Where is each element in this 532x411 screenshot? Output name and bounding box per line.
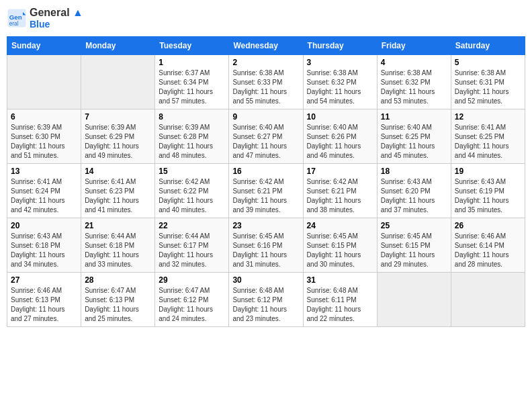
day-number: 23 xyxy=(232,221,299,230)
calendar-cell: 3Sunrise: 6:38 AM Sunset: 6:32 PM Daylig… xyxy=(303,55,377,109)
day-number: 26 xyxy=(455,221,521,230)
day-number: 10 xyxy=(307,112,373,122)
weekday-saturday: Saturday xyxy=(451,37,525,55)
day-info: Sunrise: 6:46 AM Sunset: 6:13 PM Dayligh… xyxy=(11,286,77,324)
weekday-tuesday: Tuesday xyxy=(155,37,229,55)
page-header: Gen eral General ▲ Blue xyxy=(7,7,525,30)
day-number: 9 xyxy=(232,112,299,122)
day-info: Sunrise: 6:40 AM Sunset: 6:27 PM Dayligh… xyxy=(232,123,299,161)
calendar-cell: 14Sunrise: 6:41 AM Sunset: 6:23 PM Dayli… xyxy=(81,164,155,218)
day-info: Sunrise: 6:45 AM Sunset: 6:15 PM Dayligh… xyxy=(381,232,447,269)
calendar-cell xyxy=(81,55,155,109)
calendar-cell: 11Sunrise: 6:40 AM Sunset: 6:25 PM Dayli… xyxy=(377,109,451,164)
day-number: 19 xyxy=(455,167,521,176)
day-number: 4 xyxy=(381,58,447,67)
day-number: 17 xyxy=(307,167,373,176)
day-info: Sunrise: 6:39 AM Sunset: 6:28 PM Dayligh… xyxy=(159,123,225,161)
day-number: 6 xyxy=(11,112,77,122)
calendar-cell xyxy=(7,55,81,109)
day-number: 28 xyxy=(85,275,151,285)
day-info: Sunrise: 6:40 AM Sunset: 6:26 PM Dayligh… xyxy=(307,123,373,161)
calendar-cell: 20Sunrise: 6:43 AM Sunset: 6:18 PM Dayli… xyxy=(7,218,81,273)
day-info: Sunrise: 6:43 AM Sunset: 6:19 PM Dayligh… xyxy=(455,177,521,215)
calendar-cell xyxy=(377,273,451,327)
day-info: Sunrise: 6:42 AM Sunset: 6:22 PM Dayligh… xyxy=(159,177,225,215)
day-number: 3 xyxy=(307,58,373,67)
calendar-week-row: 1Sunrise: 6:37 AM Sunset: 6:34 PM Daylig… xyxy=(7,55,525,109)
day-number: 15 xyxy=(159,167,225,176)
day-info: Sunrise: 6:42 AM Sunset: 6:21 PM Dayligh… xyxy=(307,177,373,215)
calendar-week-row: 6Sunrise: 6:39 AM Sunset: 6:30 PM Daylig… xyxy=(7,109,525,164)
day-number: 14 xyxy=(85,167,151,176)
day-number: 24 xyxy=(307,221,373,230)
day-info: Sunrise: 6:38 AM Sunset: 6:32 PM Dayligh… xyxy=(307,68,373,106)
day-info: Sunrise: 6:41 AM Sunset: 6:23 PM Dayligh… xyxy=(85,177,151,215)
logo-icon: Gen eral xyxy=(7,8,27,28)
calendar-cell: 7Sunrise: 6:39 AM Sunset: 6:29 PM Daylig… xyxy=(81,109,155,164)
day-number: 30 xyxy=(232,275,299,285)
calendar-week-row: 20Sunrise: 6:43 AM Sunset: 6:18 PM Dayli… xyxy=(7,218,525,273)
day-number: 20 xyxy=(11,221,77,230)
day-number: 16 xyxy=(232,167,299,176)
calendar-cell: 18Sunrise: 6:43 AM Sunset: 6:20 PM Dayli… xyxy=(377,164,451,218)
day-number: 25 xyxy=(381,221,447,230)
day-info: Sunrise: 6:42 AM Sunset: 6:21 PM Dayligh… xyxy=(232,177,299,215)
day-info: Sunrise: 6:43 AM Sunset: 6:18 PM Dayligh… xyxy=(11,232,77,269)
day-info: Sunrise: 6:38 AM Sunset: 6:33 PM Dayligh… xyxy=(232,68,299,106)
day-info: Sunrise: 6:43 AM Sunset: 6:20 PM Dayligh… xyxy=(381,177,447,215)
svg-text:eral: eral xyxy=(9,21,19,27)
calendar-body: 1Sunrise: 6:37 AM Sunset: 6:34 PM Daylig… xyxy=(7,55,525,327)
day-info: Sunrise: 6:44 AM Sunset: 6:18 PM Dayligh… xyxy=(85,232,151,269)
calendar-cell: 10Sunrise: 6:40 AM Sunset: 6:26 PM Dayli… xyxy=(303,109,377,164)
day-info: Sunrise: 6:47 AM Sunset: 6:12 PM Dayligh… xyxy=(159,286,225,324)
day-number: 8 xyxy=(159,112,225,122)
weekday-sunday: Sunday xyxy=(7,37,81,55)
day-info: Sunrise: 6:44 AM Sunset: 6:17 PM Dayligh… xyxy=(159,232,225,269)
day-number: 7 xyxy=(85,112,151,122)
day-number: 11 xyxy=(381,112,447,122)
calendar-cell: 25Sunrise: 6:45 AM Sunset: 6:15 PM Dayli… xyxy=(377,218,451,273)
day-info: Sunrise: 6:39 AM Sunset: 6:29 PM Dayligh… xyxy=(85,123,151,161)
calendar-cell: 2Sunrise: 6:38 AM Sunset: 6:33 PM Daylig… xyxy=(229,55,303,109)
calendar-cell: 24Sunrise: 6:45 AM Sunset: 6:15 PM Dayli… xyxy=(303,218,377,273)
weekday-monday: Monday xyxy=(81,37,155,55)
day-info: Sunrise: 6:48 AM Sunset: 6:11 PM Dayligh… xyxy=(307,286,373,324)
day-info: Sunrise: 6:48 AM Sunset: 6:12 PM Dayligh… xyxy=(232,286,299,324)
calendar-cell: 26Sunrise: 6:46 AM Sunset: 6:14 PM Dayli… xyxy=(451,218,525,273)
calendar-cell: 1Sunrise: 6:37 AM Sunset: 6:34 PM Daylig… xyxy=(155,55,229,109)
day-info: Sunrise: 6:38 AM Sunset: 6:32 PM Dayligh… xyxy=(381,68,447,106)
day-number: 29 xyxy=(159,275,225,285)
weekday-thursday: Thursday xyxy=(303,37,377,55)
weekday-wednesday: Wednesday xyxy=(229,37,303,55)
calendar-cell: 4Sunrise: 6:38 AM Sunset: 6:32 PM Daylig… xyxy=(377,55,451,109)
day-number: 27 xyxy=(11,275,77,285)
day-info: Sunrise: 6:37 AM Sunset: 6:34 PM Dayligh… xyxy=(159,68,225,106)
logo: Gen eral General ▲ Blue xyxy=(7,7,83,30)
weekday-friday: Friday xyxy=(377,37,451,55)
calendar-cell: 16Sunrise: 6:42 AM Sunset: 6:21 PM Dayli… xyxy=(229,164,303,218)
calendar-cell: 17Sunrise: 6:42 AM Sunset: 6:21 PM Dayli… xyxy=(303,164,377,218)
day-number: 21 xyxy=(85,221,151,230)
calendar-cell: 29Sunrise: 6:47 AM Sunset: 6:12 PM Dayli… xyxy=(155,273,229,327)
calendar-cell: 12Sunrise: 6:41 AM Sunset: 6:25 PM Dayli… xyxy=(451,109,525,164)
calendar-cell: 19Sunrise: 6:43 AM Sunset: 6:19 PM Dayli… xyxy=(451,164,525,218)
calendar-cell: 22Sunrise: 6:44 AM Sunset: 6:17 PM Dayli… xyxy=(155,218,229,273)
calendar-cell: 28Sunrise: 6:47 AM Sunset: 6:13 PM Dayli… xyxy=(81,273,155,327)
day-number: 18 xyxy=(381,167,447,176)
day-info: Sunrise: 6:41 AM Sunset: 6:25 PM Dayligh… xyxy=(455,123,521,161)
day-number: 5 xyxy=(455,58,521,67)
calendar-week-row: 27Sunrise: 6:46 AM Sunset: 6:13 PM Dayli… xyxy=(7,273,525,327)
calendar-cell: 9Sunrise: 6:40 AM Sunset: 6:27 PM Daylig… xyxy=(229,109,303,164)
day-number: 22 xyxy=(159,221,225,230)
day-info: Sunrise: 6:46 AM Sunset: 6:14 PM Dayligh… xyxy=(455,232,521,269)
day-number: 31 xyxy=(307,275,373,285)
weekday-header-row: SundayMondayTuesdayWednesdayThursdayFrid… xyxy=(7,37,525,55)
day-number: 12 xyxy=(455,112,521,122)
day-info: Sunrise: 6:47 AM Sunset: 6:13 PM Dayligh… xyxy=(85,286,151,324)
calendar-cell xyxy=(451,273,525,327)
calendar-cell: 13Sunrise: 6:41 AM Sunset: 6:24 PM Dayli… xyxy=(7,164,81,218)
calendar-cell: 21Sunrise: 6:44 AM Sunset: 6:18 PM Dayli… xyxy=(81,218,155,273)
calendar-cell: 23Sunrise: 6:45 AM Sunset: 6:16 PM Dayli… xyxy=(229,218,303,273)
calendar-table: SundayMondayTuesdayWednesdayThursdayFrid… xyxy=(7,36,525,327)
calendar-cell: 30Sunrise: 6:48 AM Sunset: 6:12 PM Dayli… xyxy=(229,273,303,327)
